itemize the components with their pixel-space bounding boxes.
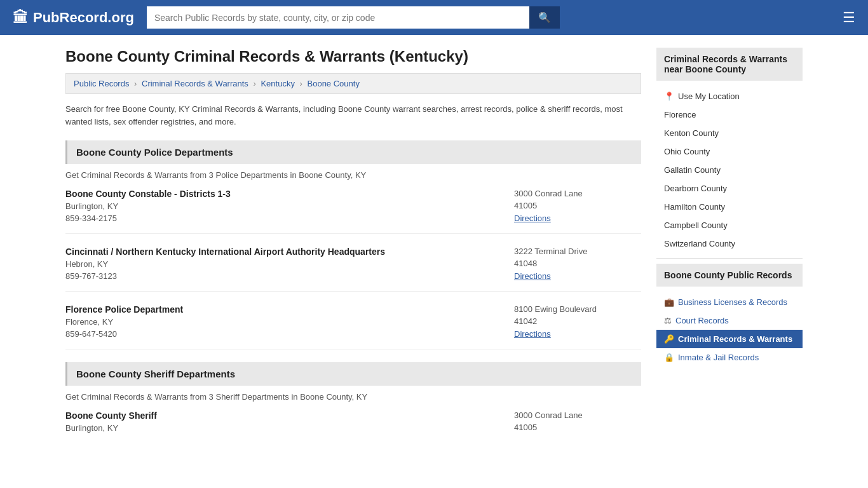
content-area: Boone County Criminal Records & Warrants…	[65, 48, 641, 458]
record-name: Florence Police Department	[65, 304, 183, 315]
sidebar-item-kenton[interactable]: Kenton County	[656, 124, 803, 142]
sidebar-item-switzerland[interactable]: Switzerland County	[656, 234, 803, 253]
sidebar-item-hamilton[interactable]: Hamilton County	[656, 198, 803, 216]
sheriff-section-desc: Get Criminal Records & Warrants from 3 S…	[65, 392, 641, 402]
record-zip: 41048	[514, 259, 641, 268]
police-entry-3: Florence Police Department Florence, KY …	[65, 304, 641, 349]
search-button[interactable]: 🔍	[529, 6, 560, 29]
record-name: Boone County Constable - Districts 1-3	[65, 189, 231, 199]
record-zip: 41005	[514, 201, 641, 210]
sidebar-item-gallatin[interactable]: Gallatin County	[656, 161, 803, 179]
sidebar-inmate-jail-records[interactable]: 🔒 Inmate & Jail Records	[656, 348, 803, 367]
breadcrumb-public-records[interactable]: Public Records	[74, 79, 129, 88]
sidebar-business-licenses[interactable]: 💼 Business Licenses & Records	[656, 293, 803, 311]
key-icon: 🔑	[664, 334, 674, 344]
page-description: Search for free Boone County, KY Crimina…	[65, 103, 641, 128]
sheriff-section-header: Boone County Sheriff Departments	[65, 362, 641, 386]
police-entry-1: Boone County Constable - Districts 1-3 B…	[65, 189, 641, 234]
record-phone: 859-334-2175	[65, 214, 231, 223]
breadcrumb: Public Records › Criminal Records & Warr…	[65, 73, 641, 94]
record-address: 3222 Terminal Drive	[514, 247, 641, 256]
sidebar-public-records-title: Boone County Public Records	[656, 264, 803, 287]
record-address: 3000 Conrad Lane	[514, 410, 641, 420]
location-icon: 📍	[664, 92, 674, 101]
record-address: 8100 Ewing Boulevard	[514, 304, 641, 314]
record-phone: 859-647-5420	[65, 329, 183, 339]
police-section-header: Boone County Police Departments	[65, 140, 641, 164]
record-address: 3000 Conrad Lane	[514, 189, 641, 198]
search-input[interactable]	[147, 6, 529, 29]
breadcrumb-boone-county[interactable]: Boone County	[308, 79, 360, 88]
criminal-records-label: Criminal Records & Warrants	[678, 334, 792, 344]
sidebar-nearby-title: Criminal Records & Warrants near Boone C…	[656, 48, 803, 81]
logo-icon: 🏛	[13, 9, 28, 27]
logo-text: PubRecord.org	[33, 10, 134, 26]
sidebar: Criminal Records & Warrants near Boone C…	[656, 48, 803, 458]
sheriff-entry-1: Boone County Sheriff Burlington, KY 3000…	[65, 410, 641, 445]
record-zip: 41042	[514, 316, 641, 326]
directions-link-1[interactable]: Directions	[514, 214, 551, 223]
breadcrumb-kentucky[interactable]: Kentucky	[261, 79, 294, 88]
directions-link-3[interactable]: Directions	[514, 329, 551, 339]
main-container: Boone County Criminal Records & Warrants…	[53, 35, 815, 484]
record-city: Burlington, KY	[65, 423, 157, 433]
sidebar-use-my-location[interactable]: 📍 Use My Location	[656, 87, 803, 105]
court-records-label: Court Records	[675, 316, 729, 325]
scales-icon: ⚖	[664, 316, 672, 325]
record-phone: 859-767-3123	[65, 271, 385, 281]
sidebar-divider	[656, 258, 803, 259]
page-title: Boone County Criminal Records & Warrants…	[65, 48, 641, 65]
record-city: Burlington, KY	[65, 201, 231, 211]
briefcase-icon: 💼	[664, 297, 674, 307]
record-city: Hebron, KY	[65, 259, 385, 269]
lock-icon: 🔒	[664, 353, 674, 362]
directions-link-2[interactable]: Directions	[514, 271, 551, 281]
site-logo[interactable]: 🏛 PubRecord.org	[13, 9, 134, 27]
business-licenses-label: Business Licenses & Records	[678, 297, 787, 307]
sidebar-criminal-records[interactable]: 🔑 Criminal Records & Warrants	[656, 330, 803, 348]
use-my-location-label: Use My Location	[678, 92, 740, 101]
search-icon: 🔍	[538, 12, 551, 23]
sidebar-item-dearborn[interactable]: Dearborn County	[656, 179, 803, 198]
inmate-jail-records-label: Inmate & Jail Records	[678, 353, 759, 362]
record-city: Florence, KY	[65, 317, 183, 327]
breadcrumb-criminal-records[interactable]: Criminal Records & Warrants	[142, 79, 248, 88]
sidebar-item-ohio[interactable]: Ohio County	[656, 142, 803, 161]
police-entry-2: Cincinnati / Northern Kentucky Internati…	[65, 247, 641, 292]
sidebar-item-florence[interactable]: Florence	[656, 105, 803, 124]
record-zip: 41005	[514, 423, 641, 432]
search-area: 🔍	[147, 6, 560, 29]
police-section-desc: Get Criminal Records & Warrants from 3 P…	[65, 170, 641, 180]
sidebar-item-campbell[interactable]: Campbell County	[656, 216, 803, 234]
hamburger-icon: ☰	[843, 10, 855, 25]
site-header: 🏛 PubRecord.org 🔍 ☰	[0, 0, 868, 35]
menu-button[interactable]: ☰	[843, 10, 855, 26]
record-name: Boone County Sheriff	[65, 410, 157, 421]
sidebar-court-records[interactable]: ⚖ Court Records	[656, 311, 803, 330]
record-name: Cincinnati / Northern Kentucky Internati…	[65, 247, 385, 257]
